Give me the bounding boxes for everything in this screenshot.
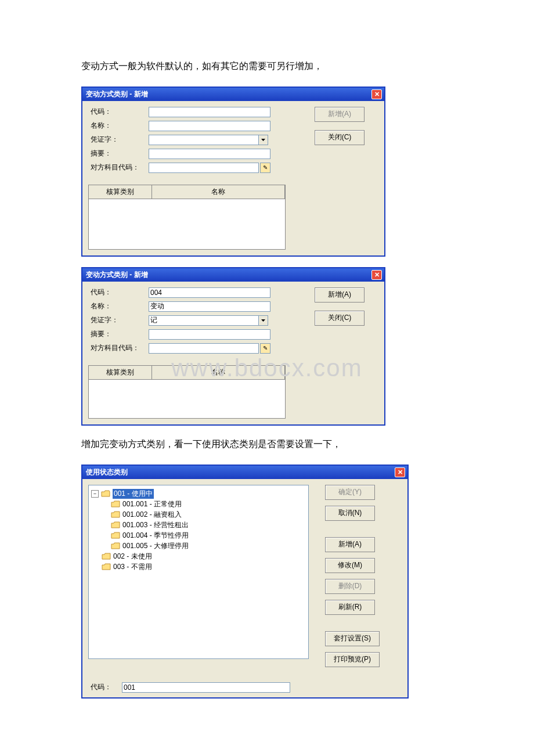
title-text: 变动方式类别 - 新增 xyxy=(86,89,148,99)
label-code: 代码： xyxy=(88,682,122,692)
chevron-down-icon[interactable] xyxy=(259,315,268,326)
folder-icon xyxy=(111,521,120,529)
label-account: 对方科目代码： xyxy=(88,343,149,353)
titlebar[interactable]: 变动方式类别 - 新增 ✕ xyxy=(82,88,384,101)
collapse-icon[interactable]: − xyxy=(91,490,99,498)
delete-button[interactable]: 删除(D) xyxy=(325,579,375,594)
folder-icon xyxy=(111,501,120,508)
tree-node[interactable]: 003 - 不需用 xyxy=(91,562,306,573)
tree-node[interactable]: 001.004 - 季节性停用 xyxy=(91,531,306,541)
ok-button[interactable]: 确定(Y) xyxy=(325,485,375,500)
add-button[interactable]: 新增(A) xyxy=(315,287,365,303)
tree-label: 001.004 - 季节性停用 xyxy=(122,531,189,541)
chevron-down-icon[interactable] xyxy=(259,135,268,145)
grid: 核算类别 名称 xyxy=(88,365,286,419)
tree-node[interactable]: 001.005 - 大修理停用 xyxy=(91,541,306,552)
voucher-input[interactable] xyxy=(149,315,259,326)
summary-input[interactable] xyxy=(149,149,270,159)
folder-icon xyxy=(111,542,120,550)
code-input[interactable] xyxy=(122,682,290,693)
label-name: 名称： xyxy=(88,301,149,311)
paragraph-2: 增加完变动方式类别，看一下使用状态类别是否需要设置一下， xyxy=(81,436,453,453)
grid-col-type[interactable]: 核算类别 xyxy=(89,366,152,379)
summary-input[interactable] xyxy=(149,329,270,340)
tree-node[interactable]: − 001 - 使用中 xyxy=(91,489,306,499)
grid-col-name[interactable]: 名称 xyxy=(152,366,285,379)
dialog-change-type-1: 变动方式类别 - 新增 ✕ 代码： 名称： 凭证字： 摘要： 对方科目代码：✎ … xyxy=(81,87,385,257)
tree-node[interactable]: 001.001 - 正常使用 xyxy=(91,499,306,510)
titlebar[interactable]: 使用状态类别 ✕ xyxy=(82,466,407,479)
print-setup-button[interactable]: 套打设置(S) xyxy=(325,631,380,646)
account-input[interactable] xyxy=(149,343,259,354)
folder-open-icon xyxy=(101,490,110,498)
tree-label: 003 - 不需用 xyxy=(113,562,152,572)
tree-label: 002 - 未使用 xyxy=(113,552,152,561)
close-icon[interactable]: ✕ xyxy=(371,89,382,99)
account-input[interactable] xyxy=(149,163,259,173)
label-voucher: 凭证字： xyxy=(88,135,149,145)
lookup-icon[interactable]: ✎ xyxy=(260,343,270,354)
print-preview-button[interactable]: 打印预览(P) xyxy=(325,652,380,667)
voucher-combo[interactable] xyxy=(149,135,268,145)
close-button[interactable]: 关闭(C) xyxy=(315,311,365,326)
label-voucher: 凭证字： xyxy=(88,315,149,325)
label-code: 代码： xyxy=(88,107,149,117)
name-input[interactable] xyxy=(149,301,270,312)
voucher-input[interactable] xyxy=(149,135,259,145)
grid-col-name[interactable]: 名称 xyxy=(152,185,285,199)
tree-label: 001.002 - 融资租入 xyxy=(122,510,182,520)
dialog-use-status: 使用状态类别 ✕ − 001 - 使用中 001.001 - 正常使用 001.… xyxy=(81,465,409,699)
lookup-icon[interactable]: ✎ xyxy=(260,163,270,173)
code-input[interactable] xyxy=(149,107,270,117)
label-name: 名称： xyxy=(88,121,149,131)
label-code: 代码： xyxy=(88,287,149,297)
tree-label: 001.003 - 经营性租出 xyxy=(122,520,189,530)
voucher-combo[interactable] xyxy=(149,315,268,326)
tree-label: 001.001 - 正常使用 xyxy=(122,499,182,509)
close-icon[interactable]: ✕ xyxy=(395,467,405,477)
grid-col-type[interactable]: 核算类别 xyxy=(89,185,152,199)
name-input[interactable] xyxy=(149,121,270,131)
label-summary: 摘要： xyxy=(88,149,149,159)
tree-node[interactable]: 002 - 未使用 xyxy=(91,552,306,562)
grid: 核算类别 名称 xyxy=(88,185,286,250)
close-button[interactable]: 关闭(C) xyxy=(315,130,365,145)
add-button[interactable]: 新增(A) xyxy=(315,107,365,122)
close-icon[interactable]: ✕ xyxy=(371,270,382,280)
tree-node[interactable]: 001.002 - 融资租入 xyxy=(91,510,306,520)
paragraph-1: 变动方式一般为软件默认的，如有其它的需要可另行增加， xyxy=(81,58,453,75)
title-text: 变动方式类别 - 新增 xyxy=(86,270,148,280)
tree-label: 001 - 使用中 xyxy=(113,489,154,499)
code-input[interactable] xyxy=(149,287,270,298)
dialog-change-type-2: 变动方式类别 - 新增 ✕ 代码： 名称： 凭证字： 摘要： 对方科目代码：✎ … xyxy=(81,267,385,426)
folder-icon xyxy=(102,553,111,560)
folder-icon xyxy=(102,563,111,571)
label-account: 对方科目代码： xyxy=(88,163,149,172)
folder-icon xyxy=(111,532,120,539)
label-summary: 摘要： xyxy=(88,329,149,339)
modify-button[interactable]: 修改(M) xyxy=(325,558,375,573)
add-button[interactable]: 新增(A) xyxy=(325,537,375,552)
folder-icon xyxy=(111,511,120,519)
tree[interactable]: − 001 - 使用中 001.001 - 正常使用 001.002 - 融资租… xyxy=(88,485,309,659)
tree-node[interactable]: 001.003 - 经营性租出 xyxy=(91,520,306,531)
refresh-button[interactable]: 刷新(R) xyxy=(325,600,375,615)
tree-label: 001.005 - 大修理停用 xyxy=(122,541,189,551)
cancel-button[interactable]: 取消(N) xyxy=(325,506,375,521)
title-text: 使用状态类别 xyxy=(86,467,128,477)
titlebar[interactable]: 变动方式类别 - 新增 ✕ xyxy=(82,268,384,282)
